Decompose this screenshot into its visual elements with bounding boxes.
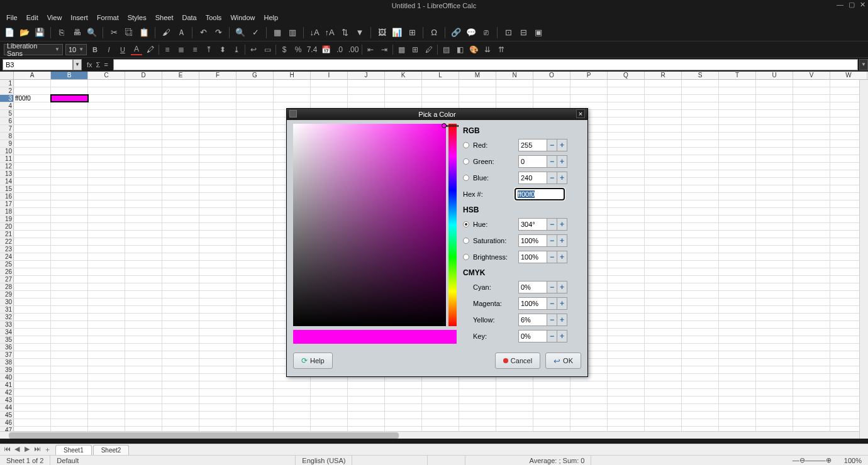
cell-F35[interactable] [199,336,236,343]
cell-C19[interactable] [88,216,125,222]
col-header-S[interactable]: S [682,72,719,79]
cell-A20[interactable] [14,223,51,230]
cell-B6[interactable] [51,118,88,124]
status-selection-mode[interactable] [428,456,465,465]
cell-F20[interactable] [199,223,236,230]
cell-U6[interactable] [756,118,793,124]
cell-C27[interactable] [88,276,125,283]
cell-O2[interactable] [533,87,570,94]
blue-input[interactable] [518,172,547,184]
cell-J42[interactable] [348,389,385,396]
fx-icon[interactable]: fx [87,61,92,68]
row-header-12[interactable]: 12 [0,163,14,170]
cell-S9[interactable] [682,140,719,147]
cell-S37[interactable] [682,351,719,358]
cell-R20[interactable] [645,223,682,230]
cell-V9[interactable] [793,140,830,147]
cell-V2[interactable] [793,87,830,94]
row-header-44[interactable]: 44 [0,404,14,411]
cell-H42[interactable] [274,389,311,396]
cell-A25[interactable] [14,261,51,268]
col-header-P[interactable]: P [570,72,608,79]
maximize-icon[interactable]: ▢ [849,1,855,9]
save-icon[interactable]: 💾 [34,27,45,38]
horizontal-scrollbar[interactable] [0,431,859,439]
cell-A39[interactable] [14,366,51,373]
cell-F42[interactable] [199,389,236,396]
cell-I42[interactable] [311,389,348,396]
cell-Q11[interactable] [608,155,645,162]
cell-E4[interactable] [162,102,199,109]
col-header-V[interactable]: V [793,72,830,79]
cell-R15[interactable] [645,185,682,192]
cell-A13[interactable] [14,170,51,177]
cell-Q38[interactable] [608,359,645,366]
cell-V12[interactable] [793,163,830,170]
cell-B36[interactable] [51,344,88,351]
cell-T43[interactable] [719,397,756,403]
cell-E5[interactable] [162,110,199,117]
split-icon[interactable]: ⊟ [518,27,529,38]
cell-G24[interactable] [236,253,274,260]
cell-U18[interactable] [756,208,793,215]
cell-R37[interactable] [645,351,682,358]
key-input[interactable] [518,330,547,342]
cell-Q23[interactable] [608,246,645,253]
cut-icon[interactable]: ✂ [108,27,120,38]
window-icon[interactable]: ▣ [533,27,544,38]
border-color-icon[interactable]: 🖊 [423,44,435,55]
cell-R27[interactable] [645,276,682,283]
cell-J46[interactable] [348,419,385,426]
cell-M45[interactable] [459,412,496,418]
saturation-value-box[interactable] [293,124,446,326]
cell-B42[interactable] [51,389,88,396]
sheet-tab-2[interactable]: Sheet2 [93,445,130,455]
cell-F5[interactable] [199,110,236,117]
cell-F9[interactable] [199,140,236,147]
spin-minus-icon[interactable]: − [547,172,557,184]
spin-minus-icon[interactable]: − [547,297,557,310]
row-header-24[interactable]: 24 [0,253,14,260]
cell-U39[interactable] [756,366,793,373]
cell-U44[interactable] [756,404,793,411]
cell-R29[interactable] [645,291,682,298]
cell-E25[interactable] [162,261,199,268]
spin-plus-icon[interactable]: + [557,218,567,231]
cell-L42[interactable] [422,389,459,396]
cell-E39[interactable] [162,366,199,373]
header-icon[interactable]: ⎚ [481,27,492,38]
cell-F45[interactable] [199,412,236,418]
sv-cursor-icon[interactable] [442,123,447,128]
name-box-dropdown-icon[interactable]: ▼ [73,59,82,70]
cond-format-icon[interactable]: ◧ [454,44,465,55]
cell-A12[interactable] [14,163,51,170]
cell-C45[interactable] [88,412,125,418]
cell-D23[interactable] [125,246,162,253]
spin-minus-icon[interactable]: − [547,139,557,151]
cell-B4[interactable] [51,102,88,109]
link-icon[interactable]: 🔗 [450,27,462,38]
cell-R38[interactable] [645,359,682,366]
cell-T25[interactable] [719,261,756,268]
spin-minus-icon[interactable]: − [547,330,557,342]
cell-A21[interactable] [14,231,51,238]
cell-C14[interactable] [88,178,125,185]
cell-K41[interactable] [385,381,422,388]
cell-B3[interactable] [51,95,88,102]
cell-B14[interactable] [51,178,88,185]
cell-D30[interactable] [125,298,162,305]
cell-F27[interactable] [199,276,236,283]
row-header-5[interactable]: 5 [0,110,14,117]
row-header-37[interactable]: 37 [0,351,14,358]
zoom-slider[interactable]: —⊖———⊕ [786,456,838,465]
cell-A15[interactable] [14,185,51,192]
row-header-33[interactable]: 33 [0,321,14,328]
cell-V7[interactable] [793,125,830,132]
cell-T29[interactable] [719,291,756,298]
cell-P1[interactable] [570,80,608,87]
cell-G19[interactable] [236,216,274,222]
cell-R21[interactable] [645,231,682,238]
cell-A3[interactable]: ff00f0 [14,95,51,102]
cell-U17[interactable] [756,200,793,207]
cell-R17[interactable] [645,200,682,207]
